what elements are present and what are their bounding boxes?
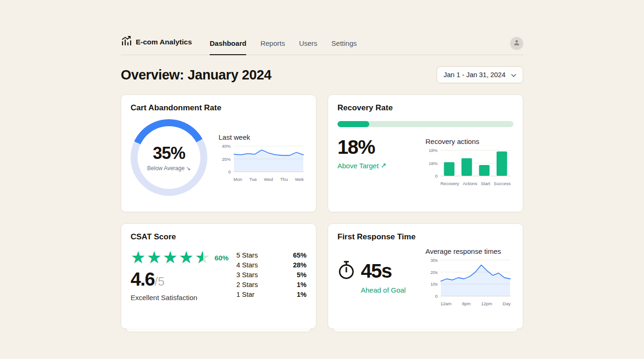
cart-abandonment-status: Below Average ↘ xyxy=(147,165,191,172)
status-text: Above Target xyxy=(337,162,379,170)
response-line-chart: 30s20s10s012am8pm12pmDay xyxy=(425,260,513,306)
person-icon xyxy=(513,39,520,48)
cart-chart-block: Last week 40%25%0MonTueWedThuWek xyxy=(219,133,307,182)
card-title-cart: Cart Abandonment Rate xyxy=(131,103,307,113)
response-value-row: 45s xyxy=(337,260,406,282)
breakdown-row-5-stars: 5 Stars 65% xyxy=(236,250,307,260)
logo-icon xyxy=(121,36,132,48)
breakdown-row-2-stars: 2 Stars 1% xyxy=(236,280,307,289)
csat-card-body: ★★★★★★★★★★ 60% 4.6/5 Excellent Satisfact… xyxy=(131,249,307,302)
chart-title-avg-response: Average response times xyxy=(425,247,513,255)
recovery-rate-value: 18% xyxy=(337,137,387,157)
breakdown-value: 1% xyxy=(297,291,307,298)
card-title-response: First Response Time xyxy=(337,232,513,242)
breakdown-row-1-star: 1 Star 1% xyxy=(236,289,307,299)
brand-name: E-com Analytics xyxy=(136,38,192,46)
response-stat-block: 45s Ahead of Goal xyxy=(337,247,406,294)
nav-items: Dashboard Reports Users Settings xyxy=(210,39,357,55)
breakdown-value: 1% xyxy=(297,281,307,288)
recovery-stat-block: 18% Above Target ↗ xyxy=(337,137,387,170)
date-range-label: Jan 1 - Jan 31, 2024 xyxy=(444,71,505,79)
star-rating-icons: ★★★★★★★★★★ xyxy=(131,249,211,266)
card-title-recovery: Recovery Rate xyxy=(337,103,513,113)
csat-left-block: ★★★★★★★★★★ 60% 4.6/5 Excellent Satisfact… xyxy=(131,249,228,302)
breakdown-label: 3 Stars xyxy=(236,271,258,279)
csat-stars-row: ★★★★★★★★★★ 60% xyxy=(131,249,228,266)
status-text: Below Average xyxy=(147,165,185,172)
recovery-bar-chart: 18%18%0RecoveryActionsStartSuccess xyxy=(425,150,513,186)
breakdown-label: 1 Star xyxy=(236,291,255,298)
breakdown-value: 65% xyxy=(293,251,307,259)
response-chart-block: Average response times 30s20s10s012am8pm… xyxy=(425,247,513,306)
recovery-chart-block: Recovery actions 18%18%0RecoveryActionsS… xyxy=(425,137,513,186)
chevron-down-icon xyxy=(511,71,516,79)
cart-abandonment-value: 35% xyxy=(153,144,185,163)
card-csat-score: CSAT Score ★★★★★★★★★★ 60% 4.6/5 Excellen… xyxy=(121,223,316,329)
breakdown-label: 5 Stars xyxy=(236,251,258,259)
recovery-progress-bar xyxy=(337,121,513,127)
recovery-rate-status: Above Target ↗ xyxy=(337,161,387,170)
rating-breakdown: 5 Stars 65% 4 Stars 28% 3 Stars 5% 2 Sta… xyxy=(236,249,307,299)
date-range-picker[interactable]: Jan 1 - Jan 31, 2024 xyxy=(437,66,523,83)
donut-center: 35% Below Average ↘ xyxy=(138,126,200,189)
recovery-progress-fill xyxy=(337,121,369,127)
chart-title-last-week: Last week xyxy=(219,133,307,141)
card-cart-abandonment: Cart Abandonment Rate 35% Below Average … xyxy=(121,94,316,212)
csat-score-max: /5 xyxy=(154,274,165,288)
response-time-value: 45s xyxy=(361,261,392,281)
brand[interactable]: E-com Analytics xyxy=(121,36,192,55)
csat-score: 4.6 xyxy=(131,269,154,289)
cards-grid: Cart Abandonment Rate 35% Below Average … xyxy=(121,94,523,329)
cart-week-line-chart: 40%25%0MonTueWedThuWek xyxy=(219,146,307,182)
breakdown-label: 2 Stars xyxy=(236,281,258,288)
page: E-com Analytics Dashboard Reports Users … xyxy=(121,0,523,329)
cart-card-body: 35% Below Average ↘ Last week 40%25%0Mon… xyxy=(131,119,307,196)
cart-donut-chart: 35% Below Average ↘ xyxy=(131,119,207,196)
nav-item-dashboard[interactable]: Dashboard xyxy=(210,39,246,55)
user-avatar[interactable] xyxy=(510,37,523,50)
csat-status: Excellent Satisfaction xyxy=(131,294,228,302)
csat-percent: 60% xyxy=(214,254,228,262)
trend-down-icon: ↘ xyxy=(186,165,190,172)
breakdown-label: 4 Stars xyxy=(236,261,258,269)
nav-item-settings[interactable]: Settings xyxy=(331,39,357,55)
breakdown-value: 28% xyxy=(293,261,307,269)
nav-item-users[interactable]: Users xyxy=(299,39,317,55)
card-title-csat: CSAT Score xyxy=(131,232,307,242)
csat-value: 4.6/5 xyxy=(131,270,228,289)
response-status: Ahead of Goal xyxy=(361,286,406,294)
trend-up-icon: ↗ xyxy=(381,161,387,170)
page-header: Overview: January 2024 Jan 1 - Jan 31, 2… xyxy=(121,66,523,83)
page-title: Overview: January 2024 xyxy=(121,67,271,83)
breakdown-row-4-stars: 4 Stars 28% xyxy=(236,260,307,270)
breakdown-row-3-stars: 3 Stars 5% xyxy=(236,270,307,280)
nav-item-reports[interactable]: Reports xyxy=(260,39,285,55)
top-nav: E-com Analytics Dashboard Reports Users … xyxy=(121,36,523,55)
chart-title-recovery-actions: Recovery actions xyxy=(425,137,513,145)
stopwatch-icon xyxy=(337,260,355,282)
card-recovery-rate: Recovery Rate 18% Above Target ↗ Recover… xyxy=(328,94,523,212)
response-card-body: 45s Ahead of Goal Average response times… xyxy=(337,247,513,306)
recovery-card-body: 18% Above Target ↗ Recovery actions 18%1… xyxy=(337,137,513,186)
breakdown-value: 5% xyxy=(297,271,307,279)
card-first-response-time: First Response Time 45s xyxy=(328,223,523,329)
